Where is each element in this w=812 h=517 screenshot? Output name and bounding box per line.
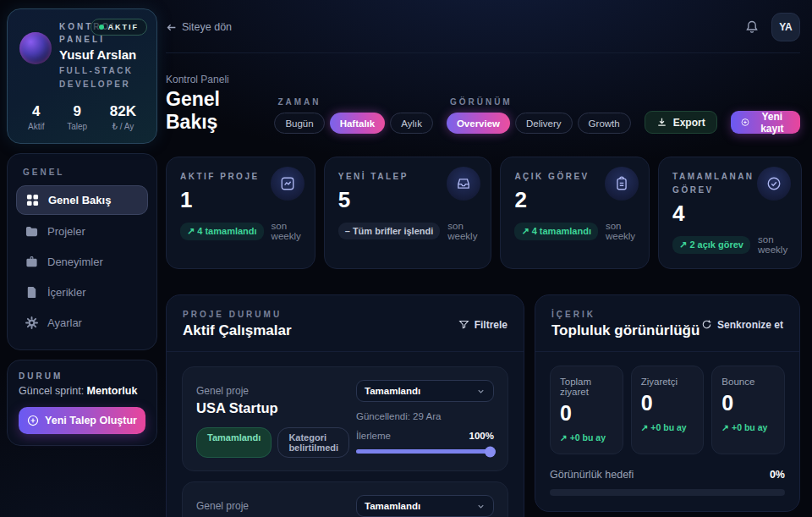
project-status-value: Tamamlandı bbox=[365, 386, 420, 396]
project-card-has-rulman: Genel proje Has Rulman Tamamlandı Analyt… bbox=[182, 481, 508, 517]
time-filter-aylik[interactable]: Aylık bbox=[390, 113, 433, 134]
metric-badge: ↗ +0 bu ay bbox=[721, 422, 775, 432]
profile-stat-value: 4 bbox=[28, 103, 44, 120]
sidebar-item-label: Genel Bakış bbox=[48, 194, 111, 206]
status-card-eyebrow: DURUM bbox=[19, 371, 145, 381]
view-filter-group: GÖRÜNÜM Overview Delivery Growth bbox=[447, 97, 631, 134]
profile-stat-value: 82K bbox=[110, 103, 136, 120]
sidebar-item-icerikler[interactable]: İçerikler bbox=[16, 278, 148, 306]
stat-value: 4 bbox=[672, 201, 787, 227]
sprint-label: Güncel sprint: bbox=[19, 385, 84, 397]
briefcase-icon bbox=[25, 256, 38, 268]
stat-card-tamamlanan-gorev: TAMAMLANAN GÖREV 4 ↗ 2 açık görev son we… bbox=[658, 157, 802, 269]
sprint-line: Güncel sprint: Mentorluk bbox=[19, 385, 145, 397]
main-content: Siteye dön YA Kontrol Paneli Genel Bakış… bbox=[166, 0, 800, 517]
time-filter-haftalik[interactable]: Haftalık bbox=[330, 113, 386, 134]
sidebar-item-label: Projeler bbox=[47, 225, 85, 238]
progress-label: İlerleme bbox=[356, 431, 391, 441]
project-tag-category: Kategori belirtilmedi bbox=[277, 427, 349, 458]
project-eyebrow: Genel proje bbox=[196, 385, 344, 397]
filter-button[interactable]: Filtrele bbox=[458, 319, 508, 331]
profile-stat-active: 4 Aktif bbox=[28, 103, 44, 131]
bell-icon[interactable] bbox=[744, 19, 760, 35]
project-eyebrow: Genel proje bbox=[196, 500, 344, 512]
left-sidebar: AKTIF KONTROL PANELI Yusuf Arslan FULL-S… bbox=[7, 8, 157, 446]
plus-circle-icon bbox=[27, 415, 39, 426]
stat-card-acik-gorev: AÇIK GÖREV 2 ↗ 4 tamamlandı son weekly bbox=[500, 157, 650, 269]
profile-card: AKTIF KONTROL PANELI Yusuf Arslan FULL-S… bbox=[7, 8, 157, 144]
grid-icon bbox=[26, 194, 39, 206]
sidebar-item-genel-bakis[interactable]: Genel Bakış bbox=[16, 185, 148, 215]
projects-panel: PROJE DURUMU Aktif Çalışmalar Filtrele G… bbox=[166, 294, 524, 517]
metric-label: Bounce bbox=[721, 377, 775, 387]
filter-button-label: Filtrele bbox=[475, 319, 508, 331]
profile-name: Yusuf Arslan bbox=[59, 47, 136, 62]
new-record-button[interactable]: Yeni kayıt bbox=[731, 111, 800, 134]
stat-badge: ↗ 2 açık görev bbox=[672, 236, 750, 254]
back-to-site-link[interactable]: Siteye dön bbox=[166, 21, 232, 33]
projects-panel-title: Aktif Çalışmalar bbox=[183, 322, 292, 339]
profile-stat-label: Talep bbox=[67, 122, 87, 131]
stat-cards-row: AKTIF PROJE 1 ↗ 4 tamamlandı son weekly … bbox=[166, 157, 800, 269]
time-filter-bugun[interactable]: Bugün bbox=[274, 113, 324, 134]
sprint-status-card: DURUM Güncel sprint: Mentorluk Yeni Tale… bbox=[7, 360, 157, 446]
sidebar-item-label: Deneyimler bbox=[47, 256, 103, 268]
sidebar-item-deneyimler[interactable]: Deneyimler bbox=[16, 248, 148, 276]
visibility-panel-eyebrow: İÇERIK bbox=[551, 310, 700, 319]
slider-knob[interactable] bbox=[485, 446, 496, 457]
chart-square-icon bbox=[271, 167, 304, 201]
new-request-button[interactable]: Yeni Talep Oluştur bbox=[19, 407, 145, 434]
funnel-icon bbox=[458, 319, 469, 330]
progress-slider[interactable] bbox=[356, 449, 494, 454]
plus-circle-icon bbox=[741, 117, 749, 128]
sidebar-item-projeler[interactable]: Projeler bbox=[16, 217, 148, 245]
stat-label: AÇIK GÖREV bbox=[514, 170, 612, 184]
export-button[interactable]: Export bbox=[645, 111, 717, 134]
profile-stat-income: 82K ₺ / Ay bbox=[110, 103, 136, 131]
sidebar-item-ayarlar[interactable]: Ayarlar bbox=[16, 309, 148, 337]
stat-note: son weekly bbox=[606, 221, 635, 241]
sidebar-nav: GENEL Genel Bakış Projeler Deneyimler İç… bbox=[7, 153, 157, 350]
project-name: USA Startup bbox=[196, 400, 344, 416]
metric-label: Toplam ziyaret bbox=[560, 377, 613, 397]
gear-icon bbox=[25, 316, 38, 329]
project-status-select[interactable]: Tamamlandı bbox=[356, 380, 494, 402]
metric-card-toplam-ziyaret: Toplam ziyaret 0 ↗ +0 bu ay bbox=[550, 366, 623, 454]
stat-note: son weekly bbox=[447, 221, 477, 241]
stat-card-aktif-proje: AKTIF PROJE 1 ↗ 4 tamamlandı son weekly bbox=[166, 157, 315, 269]
check-circle-icon bbox=[757, 167, 791, 201]
profile-stat-value: 9 bbox=[67, 103, 87, 120]
project-status-select[interactable]: Tamamlandı bbox=[356, 495, 494, 517]
page-title-block: Kontrol Paneli Genel Bakış bbox=[166, 74, 274, 134]
stat-card-yeni-talep: YENİ TALEP 5 – Tüm brifler işlendi son w… bbox=[324, 157, 492, 269]
avatar bbox=[19, 32, 52, 64]
avatar-initials: YA bbox=[779, 21, 793, 33]
time-filter-group: ZAMAN Bugün Haftalık Aylık bbox=[274, 97, 433, 134]
metric-card-bounce: Bounce 0 ↗ +0 bu ay bbox=[711, 366, 785, 454]
profile-role-line1: FULL-STACK bbox=[59, 66, 134, 75]
view-filter-growth[interactable]: Growth bbox=[578, 113, 631, 134]
document-icon bbox=[25, 286, 38, 299]
sync-button-label: Senkronize et bbox=[717, 319, 783, 331]
stat-badge: ↗ 4 tamamlandı bbox=[180, 223, 264, 240]
sync-button[interactable]: Senkronize et bbox=[701, 319, 783, 331]
chevron-down-icon bbox=[476, 387, 486, 396]
profile-stat-requests: 9 Talep bbox=[67, 103, 87, 131]
sidebar-item-label: İçerikler bbox=[47, 286, 86, 299]
view-filter-delivery[interactable]: Delivery bbox=[515, 113, 573, 134]
clipboard-icon bbox=[605, 167, 639, 201]
metric-value: 0 bbox=[721, 391, 775, 415]
projects-panel-eyebrow: PROJE DURUMU bbox=[183, 310, 292, 319]
page-title: Genel Bakış bbox=[166, 88, 274, 134]
visibility-panel: İÇERIK Topluluk görünürlüğü Senkronize e… bbox=[535, 294, 800, 512]
topbar: Siteye dön YA bbox=[166, 0, 800, 53]
back-link-label: Siteye dön bbox=[182, 21, 232, 33]
metric-value: 0 bbox=[560, 401, 613, 426]
goal-progress-bar bbox=[550, 489, 785, 496]
user-avatar[interactable]: YA bbox=[771, 13, 800, 41]
new-request-button-label: Yeni Talep Oluştur bbox=[45, 415, 137, 426]
time-filter-label: ZAMAN bbox=[274, 97, 433, 107]
view-filter-overview[interactable]: Overview bbox=[447, 113, 510, 134]
project-status-value: Tamamlandı bbox=[365, 501, 420, 511]
metric-card-ziyaretci: Ziyaretçi 0 ↗ +0 bu ay bbox=[631, 366, 705, 454]
